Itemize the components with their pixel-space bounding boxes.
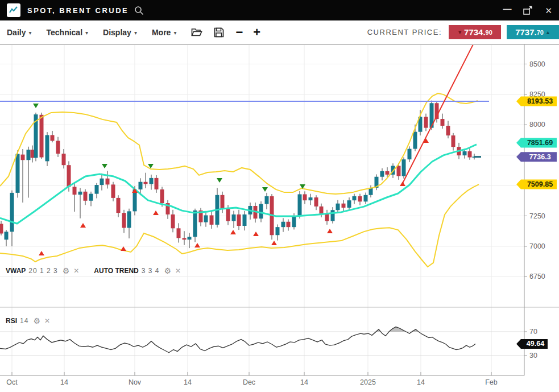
close-icon[interactable]: ✕ [175,267,181,274]
ask-price-badge: 7737. 70 ▲ [507,25,559,39]
candle [111,184,115,197]
candle [276,227,280,235]
candle [0,224,3,233]
gear-icon[interactable]: ⚙ [164,267,172,275]
search-icon[interactable] [134,6,144,15]
candle [122,213,126,228]
candle [386,171,390,175]
buy-signal-triangle [327,229,333,233]
time-tick-label: 14 [184,378,192,386]
candle [100,179,104,185]
candle [446,126,450,135]
save-icon[interactable] [214,27,224,38]
time-tick-label: Nov [129,378,142,386]
candle [226,209,230,221]
candle [51,135,55,141]
price-flag-value: 7736.3 [529,153,550,161]
price-tick-label: 6750 [529,273,545,280]
candle [160,189,164,203]
autotrend-indicator-label: AUTO TREND 3 3 4 ⚙ ✕ [94,267,181,275]
autotrend-params: 3 3 4 [142,267,160,275]
candle [402,159,406,176]
candle [413,132,417,149]
window-title: SPOT, BRENT CRUDE [27,6,129,15]
time-tick-label: 14 [417,378,425,386]
zoom-in-button[interactable]: + [253,26,260,39]
candle [62,154,66,165]
candle [150,178,154,184]
candle [139,182,143,189]
time-tick-label: Feb [485,378,498,386]
restore-window-button[interactable] [523,6,533,15]
price-chart-canvas[interactable]: 8500825080007250700067507030Oct14Nov14De… [0,44,559,392]
price-flag-value: 7509.85 [527,180,553,188]
buy-signal-triangle [39,251,44,255]
close-button[interactable]: ✕ [545,6,552,15]
buy-signal-triangle [230,230,236,234]
time-tick-label: Oct [6,378,18,386]
menu-technical[interactable]: Technical ▾ [47,28,89,37]
price-tick-label: 7250 [529,212,545,220]
rsi-tick-label: 30 [529,352,537,360]
candle [78,192,82,195]
candle [31,150,35,158]
candle [193,211,197,237]
rsi-value-flag: 49.64 [516,339,548,349]
rsi-tick-label: 70 [529,328,537,336]
candle [177,228,181,238]
up-arrow-icon: ▲ [545,30,550,35]
zoom-out-button[interactable]: − [235,26,243,39]
buy-signal-triangle [253,232,259,236]
candle [155,178,159,189]
candle [325,214,329,221]
sell-signal-triangle [217,178,222,183]
time-tick-label: 14 [60,378,68,386]
time-tick-label: 2025 [360,378,376,386]
minimize-button[interactable]: — [503,5,511,13]
current-price-label: CURRENT PRICE: [367,28,442,36]
price-flag: 7509.85 [516,179,557,189]
candle [45,135,49,161]
candle [67,165,71,187]
candle [117,198,121,213]
menu-more[interactable]: More ▾ [152,28,176,37]
gear-icon[interactable]: ⚙ [63,267,70,275]
candle [40,115,44,158]
candle [84,192,88,201]
close-icon[interactable]: ✕ [73,267,79,274]
candle [336,204,340,211]
buy-signal-triangle [400,181,405,186]
app-logo-icon [7,3,20,17]
candle [347,200,351,208]
rsi-value-flag-value: 49.64 [527,340,544,348]
candle [309,197,313,200]
candle [303,194,307,200]
candle [463,151,467,155]
bid-price-badge: ▼ 7734. 90 [449,25,501,39]
trading-app-window: SPOT, BRENT CRUDE — ✕ Daily ▾ Technical … [0,0,559,392]
down-arrow-icon: ▼ [457,30,462,35]
candle [221,195,225,209]
candle [424,117,428,127]
price-tick-label: 8000 [529,121,545,129]
buy-signal-triangle [153,211,159,215]
gear-icon[interactable]: ⚙ [33,317,40,325]
candle [27,150,31,160]
menu-daily[interactable]: Daily ▾ [7,28,32,37]
open-folder-icon[interactable] [191,27,202,37]
candle [144,182,148,184]
price-flag: 7736.3 [516,152,557,162]
candle [127,211,131,228]
auto-trend-line [403,44,473,183]
candle [21,155,25,160]
close-icon[interactable]: ✕ [44,317,50,324]
candle [364,195,368,202]
sell-signal-triangle [33,104,39,108]
menu-display[interactable]: Display ▾ [103,28,137,37]
candle [89,194,93,201]
candle [441,119,445,126]
buy-signal-triangle [80,223,86,228]
ask-price-decimals: 70 [537,29,544,36]
sell-signal-triangle [262,187,268,192]
candle [10,193,14,232]
